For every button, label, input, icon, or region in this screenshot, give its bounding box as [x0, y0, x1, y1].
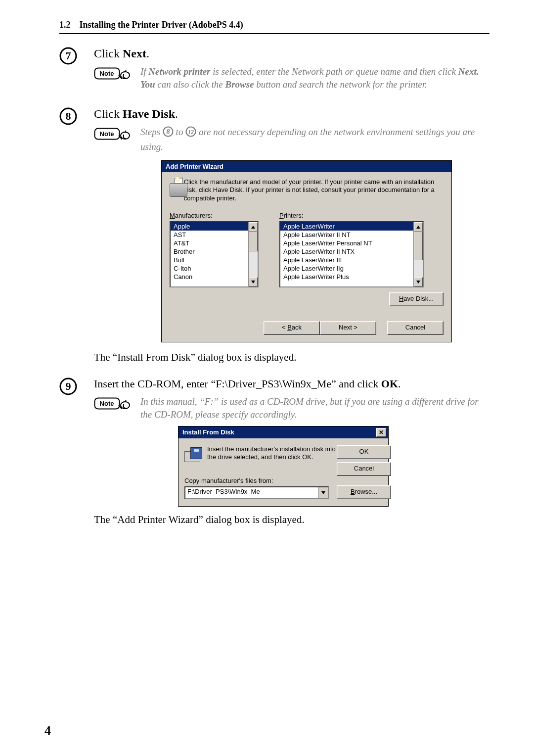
disk-icon [184, 445, 202, 463]
list-item[interactable]: Apple [171, 222, 248, 231]
section-number: 1.2 [59, 20, 71, 30]
list-item[interactable]: Apple LaserWriter [280, 222, 413, 231]
svg-marker-23 [321, 491, 325, 494]
copy-from-path[interactable]: F:\Driver_PS3\Win9x_Me [185, 487, 318, 498]
step-7-note: If Network printer is selected, enter th… [140, 65, 490, 91]
svg-text:Note: Note [100, 400, 114, 407]
svg-text:9: 9 [66, 380, 71, 392]
list-item[interactable]: Apple LaserWriter IIf [280, 256, 413, 264]
copy-from-label: Copy manufacturer's files from: [184, 477, 337, 484]
step-9-title: Insert the CD-ROM, enter “F:\Driver_PS3\… [94, 378, 490, 390]
scroll-up-icon[interactable] [249, 222, 258, 232]
have-disk-button[interactable]: Have Disk... [389, 292, 444, 306]
wizard-titlebar: Add Printer Wizard [162, 161, 451, 172]
ref-step-12-icon: 12 [185, 126, 196, 141]
svg-point-9 [121, 132, 130, 139]
printers-label: Printers: [279, 212, 424, 219]
manufacturers-label: Manufacturers: [170, 212, 259, 219]
svg-text:8: 8 [66, 110, 71, 122]
svg-text:7: 7 [66, 49, 71, 62]
next-button[interactable]: Next > [320, 321, 376, 335]
caption-add-printer-wizard: The “Add Printer Wizard” dialog box is d… [94, 514, 490, 526]
svg-point-4 [121, 72, 130, 79]
list-item[interactable]: Bull [171, 256, 248, 264]
step-8-title: Click Have Disk. [94, 107, 490, 121]
svg-text:Note: Note [100, 70, 114, 77]
list-item[interactable]: AST [171, 231, 248, 239]
list-item[interactable]: Apple LaserWriter Plus [280, 273, 413, 281]
ifd-titlebar: Install From Disk [182, 428, 234, 436]
manufacturers-listbox[interactable]: Apple AST AT&T Brother Bull C-Itoh Canon [170, 221, 259, 287]
step-7-title: Click Next. [94, 47, 490, 60]
page-number: 4 [44, 723, 51, 738]
caption-install-from-disk: The “Install From Disk” dialog box is di… [94, 351, 490, 364]
printer-icon [170, 178, 179, 198]
step-9-badge: 9 [59, 378, 77, 395]
list-item[interactable]: AT&T [171, 239, 248, 247]
printers-listbox[interactable]: Apple LaserWriter Apple LaserWriter II N… [279, 221, 424, 287]
scroll-thumb[interactable] [249, 232, 258, 251]
svg-marker-14 [251, 226, 255, 229]
install-from-disk-dialog: Install From Disk ✕ Insert the manufactu… [178, 426, 389, 507]
copy-from-dropdown[interactable]: F:\Driver_PS3\Win9x_Me [184, 486, 329, 499]
close-icon[interactable]: ✕ [376, 428, 386, 437]
svg-marker-16 [416, 226, 420, 229]
ref-step-8-icon: 8 [163, 126, 174, 141]
svg-text:Note: Note [100, 130, 114, 138]
section-title: Installing the Printer Driver (AdobePS 4… [80, 20, 243, 30]
list-item[interactable]: Brother [171, 247, 248, 256]
note-badge: Note [94, 67, 131, 83]
step-9-note: In this manual, “F:” is used as a CD-ROM… [140, 395, 490, 421]
list-item[interactable]: Canon [171, 273, 248, 281]
svg-text:12: 12 [188, 129, 194, 136]
list-item[interactable]: C-Itoh [171, 264, 248, 273]
cancel-button[interactable]: Cancel [387, 321, 444, 335]
scrollbar[interactable] [413, 222, 423, 286]
list-item[interactable]: Apple LaserWriter II NT [280, 231, 413, 239]
ifd-instruction-text: Insert the manufacturer's installation d… [207, 445, 337, 462]
scroll-down-icon[interactable] [249, 277, 258, 286]
scrollbar[interactable] [248, 222, 258, 286]
svg-point-22 [121, 402, 130, 409]
svg-text:8: 8 [166, 128, 170, 136]
header-divider [59, 33, 490, 34]
step-8-note: Steps 8 to 12 are not necessary dependin… [140, 126, 490, 153]
scroll-thumb[interactable] [414, 232, 423, 260]
svg-marker-15 [251, 281, 255, 284]
chevron-down-icon[interactable] [318, 487, 328, 498]
list-item[interactable]: Apple LaserWriter IIg [280, 264, 413, 273]
note-badge: Note [94, 128, 131, 143]
scroll-down-icon[interactable] [414, 277, 423, 286]
wizard-description: Click the manufacturer and model of your… [184, 178, 444, 203]
list-item[interactable]: Apple LaserWriter Personal NT [280, 239, 413, 247]
svg-marker-17 [416, 281, 420, 284]
note-badge: Note [94, 397, 131, 413]
ok-button[interactable]: OK [337, 445, 391, 459]
step-7-badge: 7 [59, 47, 77, 65]
cancel-button[interactable]: Cancel [337, 462, 391, 476]
back-button[interactable]: < Back [264, 321, 320, 335]
add-printer-wizard-dialog: Add Printer Wizard Click the manufacture… [161, 160, 452, 343]
step-8-badge: 8 [59, 107, 77, 125]
list-item[interactable]: Apple LaserWriter II NTX [280, 247, 413, 256]
scroll-up-icon[interactable] [414, 222, 423, 232]
browse-button[interactable]: Browse... [337, 485, 391, 499]
